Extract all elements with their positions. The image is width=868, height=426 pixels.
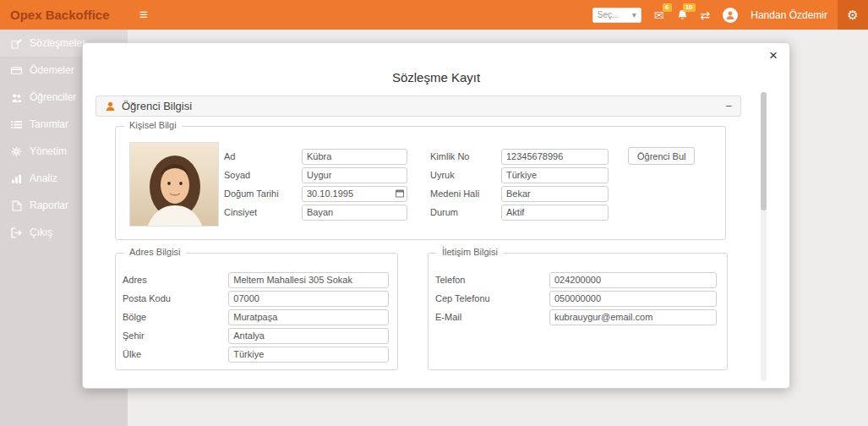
- user-icon: [725, 10, 735, 20]
- user-name[interactable]: Handan Özdemir: [751, 9, 827, 21]
- address-rows: Adres Posta Kodu Bölge Şehir Ülke: [123, 270, 389, 363]
- payments-icon: [11, 65, 22, 76]
- field-label: Medeni Hali: [430, 188, 501, 199]
- field-label: Cinsiyet: [224, 207, 302, 217]
- chevron-down-icon: ▾: [632, 10, 636, 19]
- sidebar-item-label: Analiz: [30, 172, 57, 184]
- field-label: Adres: [123, 275, 228, 285]
- bell-badge: 10: [683, 3, 696, 12]
- mail-badge: 6: [663, 3, 671, 12]
- sidebar-item-label: Raporlar: [30, 199, 68, 211]
- field-sehir: Şehir: [123, 326, 389, 345]
- field-cinsiyet: Cinsiyet: [224, 203, 407, 221]
- field-label: Doğum Tarihi: [224, 188, 302, 199]
- field-label: Telefon: [435, 275, 549, 285]
- field-label: Uyruk: [430, 170, 501, 180]
- bell-icon[interactable]: 10: [677, 9, 688, 20]
- field-durum: Durum: [430, 203, 609, 221]
- sidebar-item-label: Sözleşmeler: [30, 37, 85, 49]
- ad-input[interactable]: [302, 149, 407, 165]
- contact-rows: Telefon Cep Telefonu E-Mail: [435, 270, 718, 326]
- adres-input[interactable]: [228, 272, 389, 288]
- field-label: Cep Telefonu: [435, 293, 549, 303]
- transfer-glyph: ⇄: [701, 8, 711, 22]
- personal-left-column: Ad Soyad Doğum Tarihi Cinsiyet: [224, 147, 407, 221]
- app-brand: Opex Backoffice: [0, 8, 128, 22]
- person-icon: [105, 101, 116, 112]
- soyad-input[interactable]: [302, 167, 407, 183]
- personal-info-group: Kişisel Bilgi Ad: [115, 126, 726, 240]
- field-dogum-tarihi: Doğum Tarihi: [224, 184, 407, 203]
- cep-telefonu-input[interactable]: [549, 291, 717, 307]
- field-soyad: Soyad: [224, 166, 407, 184]
- field-ad: Ad: [224, 147, 407, 166]
- field-adres: Adres: [123, 270, 389, 289]
- field-label: E-Mail: [435, 312, 549, 322]
- field-label: Kimlik No: [430, 151, 501, 161]
- field-cep-telefonu: Cep Telefonu: [435, 289, 718, 308]
- close-icon[interactable]: ×: [769, 48, 778, 63]
- cinsiyet-input[interactable]: [302, 205, 407, 221]
- sidebar-item-label: Tanımlar: [30, 118, 68, 130]
- modal-scrollbar[interactable]: [761, 92, 767, 381]
- scrollbar-thumb[interactable]: [761, 92, 767, 210]
- medeni-hali-input[interactable]: [501, 186, 609, 202]
- uyruk-input[interactable]: [501, 167, 609, 183]
- contract-record-modal: × Sözleşme Kayıt Öğrenci Bilgisi − Kişis…: [82, 42, 790, 389]
- collapse-icon[interactable]: −: [725, 100, 732, 112]
- bolge-input[interactable]: [228, 309, 389, 325]
- top-navbar: Opex Backoffice ≡ Seç... ▾ ✉ 6 10 ⇄: [0, 0, 868, 30]
- field-label: Bölge: [123, 312, 228, 322]
- contact-info-group: İletişim Bilgisi Telefon Cep Telefonu E-…: [428, 253, 728, 370]
- field-label: Soyad: [224, 170, 302, 180]
- sidebar-item-label: Çıkış: [30, 227, 52, 238]
- find-student-button[interactable]: Öğrenci Bul: [628, 147, 695, 165]
- durum-input[interactable]: [501, 205, 609, 221]
- ulke-input[interactable]: [228, 347, 389, 363]
- transfer-icon[interactable]: ⇄: [701, 9, 711, 21]
- sehir-input[interactable]: [228, 328, 389, 344]
- gear-icon: ⚙: [847, 8, 858, 23]
- modal-title: Sözleşme Kayıt: [83, 70, 789, 85]
- navbar-select[interactable]: Seç... ▾: [592, 8, 641, 23]
- contract-icon: [11, 38, 22, 49]
- field-medeni-hali: Medeni Hali: [430, 184, 609, 203]
- field-label: Posta Kodu: [123, 293, 228, 303]
- sidebar-item-label: Yönetim: [30, 145, 67, 157]
- user-avatar[interactable]: [723, 8, 738, 23]
- field-telefon: Telefon: [435, 270, 718, 289]
- address-info-group: Adres Bilgisi Adres Posta Kodu Bölge Şeh…: [115, 253, 398, 370]
- navbar-right: Seç... ▾ ✉ 6 10 ⇄ Handan Özdemir: [592, 0, 827, 30]
- kimlik-no-input[interactable]: [501, 149, 609, 165]
- hamburger-icon[interactable]: ≡: [139, 7, 148, 24]
- analysis-icon: [11, 173, 22, 184]
- sidebar-item-label: Öğrenciler: [30, 91, 76, 103]
- group-legend: İletişim Bilgisi: [437, 247, 503, 257]
- posta-kodu-input[interactable]: [228, 291, 389, 307]
- mail-icon[interactable]: ✉ 6: [654, 9, 664, 21]
- students-icon: [11, 92, 22, 103]
- field-ulke: Ülke: [123, 345, 389, 363]
- field-posta-kodu: Posta Kodu: [123, 289, 389, 308]
- section-title: Öğrenci Bilgisi: [122, 100, 719, 112]
- telefon-input[interactable]: [549, 272, 717, 288]
- group-legend: Adres Bilgisi: [124, 247, 186, 257]
- field-uyruk: Uyruk: [430, 166, 609, 184]
- date-picker: [302, 185, 407, 202]
- group-legend: Kişisel Bilgi: [124, 120, 182, 130]
- calendar-icon[interactable]: [396, 190, 404, 198]
- field-label: Ad: [224, 151, 302, 161]
- sidebar-item-label: Ödemeler: [30, 64, 74, 76]
- field-label: Şehir: [123, 330, 228, 341]
- dogum-tarihi-input[interactable]: [302, 186, 407, 202]
- field-email: E-Mail: [435, 308, 718, 326]
- definitions-icon: [11, 119, 22, 130]
- reports-icon: [11, 200, 22, 211]
- navbar-select-value: Seç...: [598, 10, 620, 19]
- student-info-section-header[interactable]: Öğrenci Bilgisi −: [96, 96, 741, 117]
- student-photo: [129, 142, 219, 227]
- personal-right-column: Kimlik No Uyruk Medeni Hali Durum: [430, 147, 609, 221]
- field-kimlik-no: Kimlik No: [430, 147, 609, 166]
- settings-button[interactable]: ⚙: [838, 0, 868, 30]
- email-input[interactable]: [549, 309, 717, 325]
